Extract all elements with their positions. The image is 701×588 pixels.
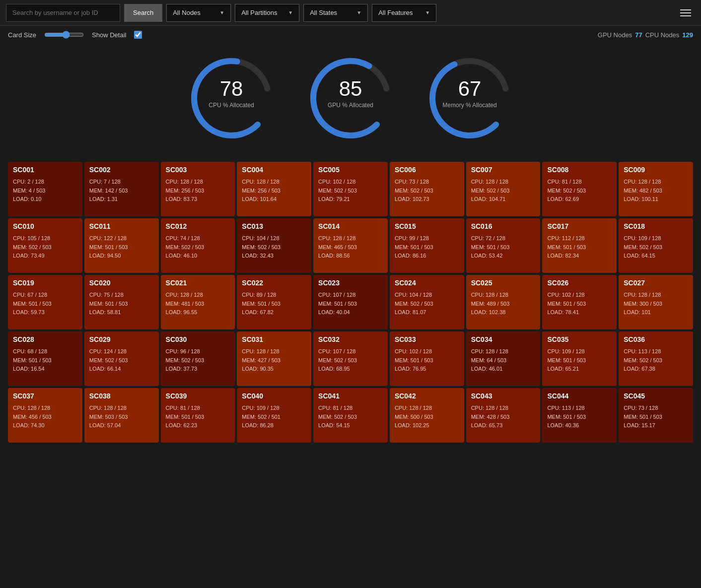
- table-row[interactable]: SC035 CPU: 109 / 128 MEM: 501 / 503 LOAD…: [542, 331, 617, 386]
- table-row[interactable]: SC041 CPU: 81 / 128 MEM: 502 / 503 LOAD:…: [313, 388, 388, 443]
- gauge-value: 78: [220, 77, 243, 100]
- table-row[interactable]: SC015 CPU: 99 / 128 MEM: 501 / 503 LOAD:…: [390, 218, 464, 273]
- table-row[interactable]: SC028 CPU: 68 / 128 MEM: 501 / 503 LOAD:…: [8, 331, 82, 386]
- node-name: SC030: [166, 335, 230, 343]
- menu-icon[interactable]: [676, 5, 695, 20]
- header: Search All Nodes ▼ All Partitions ▼ All …: [0, 0, 701, 26]
- table-row[interactable]: SC030 CPU: 96 / 128 MEM: 502 / 503 LOAD:…: [161, 331, 235, 386]
- node-name: SC004: [242, 166, 306, 174]
- table-row[interactable]: SC034 CPU: 128 / 128 MEM: 64 / 503 LOAD:…: [466, 331, 541, 386]
- gpu-nodes-label: GPU Nodes: [598, 31, 632, 39]
- table-row[interactable]: SC025 CPU: 128 / 128 MEM: 489 / 503 LOAD…: [466, 275, 541, 329]
- all-features-dropdown[interactable]: All Features ▼: [372, 4, 436, 22]
- search-button[interactable]: Search: [124, 4, 162, 22]
- node-name: SC043: [471, 392, 536, 400]
- table-row[interactable]: SC026 CPU: 102 / 128 MEM: 501 / 503 LOAD…: [542, 275, 617, 329]
- node-stats: CPU: 128 / 128 MEM: 503 / 503 LOAD: 57.0…: [89, 404, 154, 430]
- table-row[interactable]: SC024 CPU: 104 / 128 MEM: 502 / 503 LOAD…: [390, 275, 464, 329]
- node-stats: CPU: 72 / 128 MEM: 501 / 503 LOAD: 53.42: [471, 234, 536, 261]
- node-name: SC012: [166, 222, 230, 230]
- gpu-cpu-info: GPU Nodes 77 CPU Nodes 129: [598, 31, 693, 39]
- node-stats: CPU: 81 / 128 MEM: 502 / 503 LOAD: 62.69: [547, 178, 612, 204]
- node-stats: CPU: 102 / 128 MEM: 501 / 503 LOAD: 78.4…: [547, 291, 612, 317]
- table-row[interactable]: SC004 CPU: 128 / 128 MEM: 256 / 503 LOAD…: [237, 162, 311, 216]
- table-row[interactable]: SC037 CPU: 128 / 128 MEM: 456 / 503 LOAD…: [8, 388, 82, 443]
- table-row[interactable]: SC038 CPU: 128 / 128 MEM: 503 / 503 LOAD…: [84, 388, 159, 443]
- node-stats: CPU: 81 / 128 MEM: 502 / 503 LOAD: 54.15: [318, 404, 383, 430]
- node-stats: CPU: 113 / 128 MEM: 502 / 503 LOAD: 67.3…: [624, 347, 688, 374]
- table-row[interactable]: SC039 CPU: 81 / 128 MEM: 501 / 503 LOAD:…: [161, 388, 235, 443]
- all-nodes-dropdown[interactable]: All Nodes ▼: [166, 4, 231, 22]
- node-name: SC039: [166, 392, 230, 400]
- node-name: SC015: [395, 222, 459, 230]
- table-row[interactable]: SC017 CPU: 112 / 128 MEM: 501 / 503 LOAD…: [542, 218, 617, 273]
- node-name: SC008: [547, 166, 612, 174]
- node-stats: CPU: 74 / 128 MEM: 502 / 503 LOAD: 46.10: [166, 234, 230, 261]
- node-name: SC028: [13, 335, 77, 343]
- all-partitions-dropdown[interactable]: All Partitions ▼: [235, 4, 299, 22]
- node-name: SC027: [624, 279, 688, 287]
- table-row[interactable]: SC029 CPU: 124 / 128 MEM: 502 / 503 LOAD…: [84, 331, 159, 386]
- table-row[interactable]: SC013 CPU: 104 / 128 MEM: 502 / 503 LOAD…: [237, 218, 311, 273]
- cpu-nodes-label: CPU Nodes: [645, 31, 680, 39]
- table-row[interactable]: SC045 CPU: 73 / 128 MEM: 501 / 503 LOAD:…: [619, 388, 693, 443]
- show-detail-checkbox[interactable]: [134, 31, 142, 39]
- node-stats: CPU: 109 / 128 MEM: 501 / 503 LOAD: 65.2…: [547, 347, 612, 374]
- search-input[interactable]: [6, 4, 120, 22]
- table-row[interactable]: SC018 CPU: 109 / 128 MEM: 502 / 503 LOAD…: [619, 218, 693, 273]
- table-row[interactable]: SC003 CPU: 128 / 128 MEM: 256 / 503 LOAD…: [161, 162, 235, 216]
- table-row[interactable]: SC023 CPU: 107 / 128 MEM: 501 / 503 LOAD…: [313, 275, 388, 329]
- table-row[interactable]: SC014 CPU: 128 / 128 MEM: 465 / 503 LOAD…: [313, 218, 388, 273]
- table-row[interactable]: SC016 CPU: 72 / 128 MEM: 501 / 503 LOAD:…: [466, 218, 541, 273]
- table-row[interactable]: SC019 CPU: 67 / 128 MEM: 501 / 503 LOAD:…: [8, 275, 82, 329]
- table-row[interactable]: SC008 CPU: 81 / 128 MEM: 502 / 503 LOAD:…: [542, 162, 617, 216]
- node-name: SC032: [318, 335, 383, 343]
- table-row[interactable]: SC006 CPU: 73 / 128 MEM: 502 / 503 LOAD:…: [390, 162, 464, 216]
- node-name: SC045: [624, 392, 688, 400]
- table-row[interactable]: SC027 CPU: 128 / 128 MEM: 300 / 503 LOAD…: [619, 275, 693, 329]
- node-name: SC011: [89, 222, 154, 230]
- table-row[interactable]: SC009 CPU: 128 / 128 MEM: 482 / 503 LOAD…: [619, 162, 693, 216]
- table-row[interactable]: SC012 CPU: 74 / 128 MEM: 502 / 503 LOAD:…: [161, 218, 235, 273]
- node-stats: CPU: 128 / 128 MEM: 64 / 503 LOAD: 46.01: [471, 347, 536, 374]
- table-row[interactable]: SC002 CPU: 7 / 128 MEM: 142 / 503 LOAD: …: [84, 162, 159, 216]
- table-row[interactable]: SC021 CPU: 128 / 128 MEM: 481 / 503 LOAD…: [161, 275, 235, 329]
- table-row[interactable]: SC043 CPU: 128 / 128 MEM: 428 / 503 LOAD…: [466, 388, 541, 443]
- table-row[interactable]: SC007 CPU: 128 / 128 MEM: 502 / 503 LOAD…: [466, 162, 541, 216]
- table-row[interactable]: SC022 CPU: 89 / 128 MEM: 501 / 503 LOAD:…: [237, 275, 311, 329]
- all-states-dropdown[interactable]: All States ▼: [303, 4, 368, 22]
- node-name: SC003: [166, 166, 230, 174]
- card-size-slider-container: [44, 31, 84, 39]
- node-stats: CPU: 128 / 128 MEM: 256 / 503 LOAD: 101.…: [242, 178, 306, 204]
- table-row[interactable]: SC005 CPU: 102 / 128 MEM: 502 / 503 LOAD…: [313, 162, 388, 216]
- gauge-label: Memory % Allocated: [442, 102, 496, 109]
- node-stats: CPU: 109 / 128 MEM: 502 / 501 LOAD: 86.2…: [242, 404, 306, 430]
- node-name: SC036: [624, 335, 688, 343]
- table-row[interactable]: SC044 CPU: 113 / 128 MEM: 501 / 503 LOAD…: [542, 388, 617, 443]
- chevron-down-icon: ▼: [219, 10, 224, 15]
- table-row[interactable]: SC040 CPU: 109 / 128 MEM: 502 / 501 LOAD…: [237, 388, 311, 443]
- table-row[interactable]: SC033 CPU: 102 / 128 MEM: 501 / 503 LOAD…: [390, 331, 464, 386]
- node-stats: CPU: 109 / 128 MEM: 502 / 503 LOAD: 64.1…: [624, 234, 688, 261]
- node-stats: CPU: 102 / 128 MEM: 502 / 503 LOAD: 79.2…: [318, 178, 383, 204]
- card-size-slider[interactable]: [44, 31, 84, 39]
- node-name: SC020: [89, 279, 154, 287]
- gauge-label: GPU % Allocated: [328, 102, 373, 109]
- card-size-label: Card Size: [8, 31, 36, 39]
- gauges-section: 78 CPU % Allocated 85 GPU % Allocated 67…: [0, 44, 701, 158]
- node-name: SC034: [471, 335, 536, 343]
- node-name: SC041: [318, 392, 383, 400]
- table-row[interactable]: SC032 CPU: 107 / 128 MEM: 502 / 503 LOAD…: [313, 331, 388, 386]
- node-stats: CPU: 81 / 128 MEM: 501 / 503 LOAD: 62.23: [166, 404, 230, 430]
- gauge-value: 85: [339, 77, 362, 100]
- table-row[interactable]: SC036 CPU: 113 / 128 MEM: 502 / 503 LOAD…: [619, 331, 693, 386]
- node-stats: CPU: 107 / 128 MEM: 501 / 503 LOAD: 40.0…: [318, 291, 383, 317]
- table-row[interactable]: SC042 CPU: 128 / 128 MEM: 500 / 503 LOAD…: [390, 388, 464, 443]
- table-row[interactable]: SC020 CPU: 75 / 128 MEM: 501 / 503 LOAD:…: [84, 275, 159, 329]
- node-stats: CPU: 128 / 128 MEM: 465 / 503 LOAD: 88.5…: [318, 234, 383, 261]
- table-row[interactable]: SC001 CPU: 2 / 128 MEM: 4 / 503 LOAD: 0.…: [8, 162, 82, 216]
- table-row[interactable]: SC010 CPU: 105 / 128 MEM: 502 / 503 LOAD…: [8, 218, 82, 273]
- table-row[interactable]: SC011 CPU: 122 / 128 MEM: 501 / 503 LOAD…: [84, 218, 159, 273]
- table-row[interactable]: SC031 CPU: 128 / 128 MEM: 427 / 503 LOAD…: [237, 331, 311, 386]
- node-name: SC010: [13, 222, 77, 230]
